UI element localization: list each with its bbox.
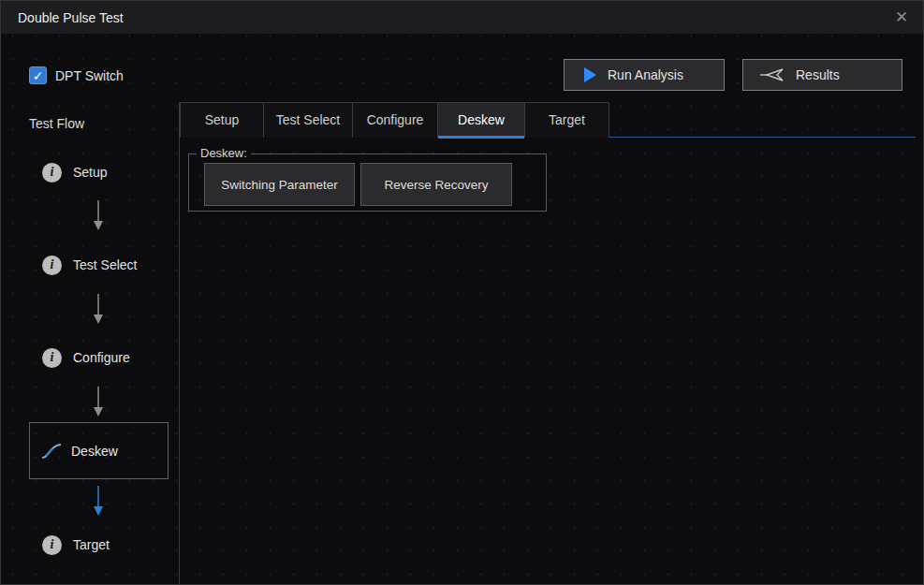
flow-item-label: Setup	[73, 165, 108, 180]
deskew-group-label: Deskew:	[197, 146, 251, 160]
info-icon: i	[42, 348, 62, 368]
double-pulse-test-window: Double Pulse Test ✕ ✓ DPT Switch Run Ana…	[0, 0, 924, 585]
check-icon: ✓	[33, 69, 44, 82]
switching-parameter-button[interactable]: Switching Parameter	[204, 163, 355, 206]
close-icon: ✕	[895, 8, 908, 26]
tab-configure[interactable]: Configure	[352, 102, 437, 138]
window-title: Double Pulse Test	[18, 1, 124, 35]
title-bar: Double Pulse Test ✕	[1, 1, 923, 35]
tab-deskew[interactable]: Deskew	[437, 102, 524, 138]
flow-arrow-active-icon	[92, 484, 105, 518]
deskew-icon	[39, 441, 64, 461]
flow-arrow-icon	[92, 292, 105, 326]
panel-divider	[179, 102, 180, 584]
flow-item-label: Test Select	[73, 257, 137, 272]
reverse-recovery-button[interactable]: Reverse Recovery	[360, 163, 512, 206]
flow-arrow-icon	[92, 198, 105, 232]
play-icon	[584, 67, 596, 82]
tab-bar: Setup Test Select Configure Deskew Targe…	[180, 102, 916, 138]
close-button[interactable]: ✕	[889, 7, 914, 29]
tab-test-select[interactable]: Test Select	[263, 102, 352, 138]
tab-target[interactable]: Target	[524, 102, 609, 138]
test-flow-title: Test Flow	[29, 116, 84, 131]
flow-item-deskew[interactable]: Deskew	[29, 422, 169, 479]
info-icon: i	[42, 256, 62, 275]
deskew-group: Deskew: Switching Parameter Reverse Reco…	[188, 154, 547, 212]
run-analysis-button[interactable]: Run Analysis	[564, 59, 725, 91]
info-icon: i	[42, 163, 62, 183]
dpt-switch-checkbox[interactable]: ✓	[29, 66, 47, 84]
flow-item-label: Target	[73, 537, 110, 552]
dpt-switch-label: DPT Switch	[55, 68, 124, 83]
results-button[interactable]: Results	[742, 59, 902, 91]
results-icon	[758, 67, 785, 82]
flow-item-target[interactable]: i Target	[29, 528, 169, 562]
flow-arrow-icon	[92, 385, 105, 418]
flow-item-setup[interactable]: i Setup	[29, 155, 169, 189]
results-label: Results	[796, 67, 840, 82]
run-analysis-label: Run Analysis	[608, 67, 683, 82]
flow-item-label: Configure	[73, 350, 130, 365]
info-icon: i	[42, 535, 62, 555]
flow-item-label: Deskew	[71, 444, 118, 459]
flow-item-configure[interactable]: i Configure	[29, 341, 169, 374]
flow-item-test-select[interactable]: i Test Select	[29, 248, 169, 282]
tab-setup[interactable]: Setup	[180, 102, 263, 138]
